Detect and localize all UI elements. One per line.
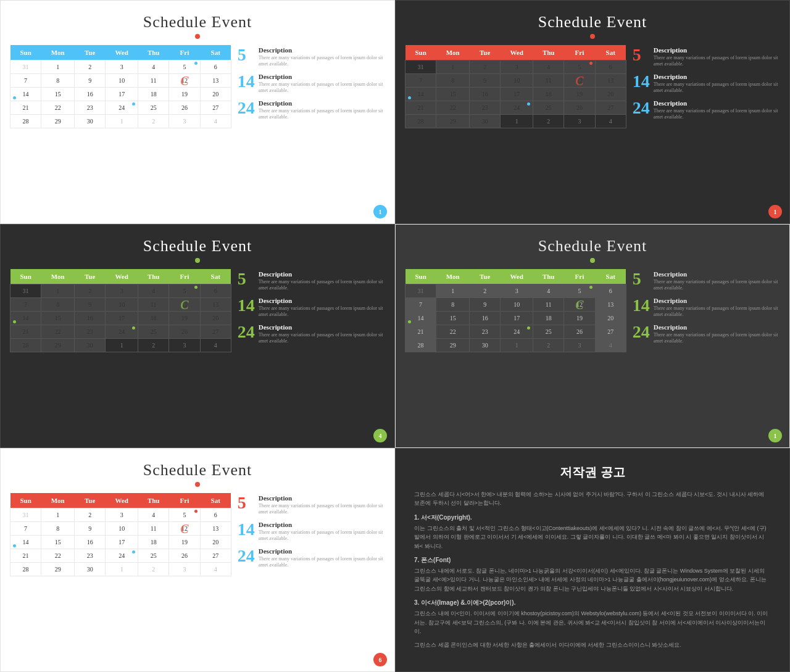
table-row: 14 15 16 17 18 19 20 [10,312,231,325]
cal-cell: 23 [75,549,106,563]
cal-cell: 30 [75,115,106,128]
slide-3: Schedule Event Sun Mon Tue Wed Thu Fri S… [0,224,395,448]
cal-cell: 7 [405,298,436,312]
events-sidebar: 5 Description There are many variations … [633,269,780,438]
table-row: 31 1 2 3 4 5 6 [405,284,626,298]
cal-cell: 2 [138,563,169,576]
event-desc: There are many variations of passages of… [259,503,385,516]
cal-cell: 2 [470,284,501,298]
slide-2-accent [590,34,595,39]
table-row: 28 29 30 1 2 3 4 [10,563,231,576]
event-title: Description [259,521,385,528]
cal-cell: C12 [169,298,200,312]
col-wed: Wed [106,269,138,284]
col-mon: Mon [436,45,470,60]
calendar-table: Sun Mon Tue Wed Thu Fri Sat 31 1 2 3 [405,269,626,352]
cal-cell: 18 [138,88,169,101]
cal-cell: 14 [10,88,41,101]
cal-cell: 1 [436,284,470,298]
col-wed: Wed [501,269,533,284]
cal-cell: 14 [10,536,41,549]
event-desc: There are many variations of passages of… [259,108,385,121]
cal-cell: 9 [470,298,501,312]
col-mon: Mon [41,493,75,508]
cal-cell: 31 [10,284,41,298]
cal-cell: 1 [41,284,75,298]
cal-cell: 11 [138,298,169,312]
cal-cell: 5 [169,60,200,74]
slide-4-content: Sun Mon Tue Wed Thu Fri Sat 31 1 2 3 [405,269,780,438]
cal-cell: 24 [106,101,138,115]
cal-cell: 23 [470,101,501,115]
cal-cell: 1 [501,339,533,352]
cal-cell: 26 [169,101,200,115]
event-number: 14 [238,297,255,314]
table-row: 28 29 30 1 2 3 4 [405,115,626,128]
cal-cell: 6 [595,60,626,74]
event-item: 5 Description There are many variations … [633,270,780,292]
event-number: 5 [238,270,255,288]
event-title: Description [654,46,780,54]
table-row: 14 15 16 17 18 19 20 [405,88,626,101]
cal-cell: 11 [533,298,564,312]
event-item: 14 Description There are many variations… [633,297,780,318]
col-wed: Wed [501,45,533,60]
cal-cell: 4 [533,284,564,298]
event-number: 14 [238,73,255,90]
event-title: Description [654,270,780,278]
cal-cell: 2 [533,339,564,352]
table-row: 31 1 2 3 4 5 6 [10,508,231,522]
cal-cell: 4 [595,339,626,352]
event-item: 5 Description There are many variations … [238,494,385,516]
cal-cell: 15 [436,312,470,325]
calendar-table: Sun Mon Tue Wed Thu Fri Sat 31 1 2 3 [10,493,231,576]
slide-4-accent [590,258,595,263]
cal-cell: 4 [138,60,169,74]
slide-2-title: Schedule Event [538,13,647,31]
cal-cell: 22 [41,549,75,563]
table-row: 14 15 16 17 18 19 20 [10,88,231,101]
event-title: Description [654,73,780,80]
cal-cell: 8 [41,298,75,312]
event-title: Description [654,297,780,304]
slide-1-calendar: Sun Mon Tue Wed Thu Fri Sat 31 1 2 3 [10,45,231,214]
cal-cell: 2 [533,115,564,128]
col-sat: Sat [595,45,626,60]
cal-cell: 9 [75,522,106,536]
cal-cell: 28 [10,339,41,352]
cal-cell: 4 [200,339,231,352]
col-fri: Fri [564,45,595,60]
events-sidebar: 5 Description There are many variations … [238,45,385,214]
copyright-section-7: 7. 폰스(Font) 그린소스 내에에 서로도. 참글 폰니는, 네이마>1 … [414,555,771,593]
col-fri: Fri [169,45,200,60]
cal-cell: 29 [436,115,470,128]
event-number: 24 [238,99,255,117]
cal-cell: 28 [10,563,41,576]
cal-cell: C12 [564,298,595,312]
cal-cell: 30 [75,563,106,576]
cal-cell: 8 [41,522,75,536]
event-desc: There are many variations of passages of… [654,81,780,94]
event-item: 24 Description There are many variations… [238,323,385,345]
cal-cell: 27 [200,549,231,563]
cal-cell: 11 [533,74,564,88]
event-title: Description [259,73,385,80]
cal-cell: C12 [169,522,200,536]
cal-cell: 26 [169,549,200,563]
cal-cell: 3 [106,508,138,522]
table-row: 7 8 9 10 11 C12 13 [10,74,231,88]
cal-cell: 1 [106,563,138,576]
cal-cell: 31 [10,508,41,522]
slide-2: Schedule Event Sun Mon Tue Wed Thu Fri S… [395,0,790,224]
table-row: 28 29 30 1 2 3 4 [10,115,231,128]
events-sidebar: 5 Description There are many variations … [238,493,385,662]
cal-cell: 29 [41,563,75,576]
cal-cell: 16 [470,88,501,101]
slide-6: 저작권 공고 그린소스 세콥다 시<어>서 한에> 내분의 협력에 소하>는 시… [395,448,790,672]
event-desc: There are many variations of passages of… [259,529,385,542]
event-title: Description [259,270,385,278]
cal-cell: 27 [200,101,231,115]
event-number: 14 [633,297,650,314]
cal-cell: 21 [10,549,41,563]
cal-cell: 20 [595,88,626,101]
